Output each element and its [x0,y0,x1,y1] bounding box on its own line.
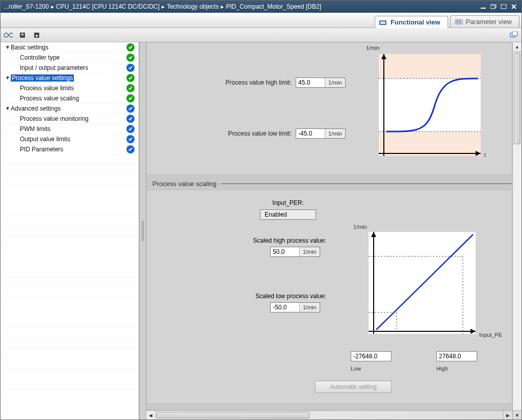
section-title: Process value scaling [152,180,217,188]
yaxis-label: 1/min [353,224,367,230]
breadcrumb-seg: PID_Compact_Motor_Speed [DB2] [226,3,321,10]
functional-view-icon [379,19,387,25]
tab-label: Functional view [390,18,440,26]
sidebar-item-label: Process value settings [11,74,74,82]
per-high-label: High [436,365,448,372]
svg-rect-7 [380,21,385,24]
input-per-status: Enabled [260,209,316,220]
svg-marker-23 [476,151,481,156]
sidebar-item-label: Process value monitoring [20,115,89,122]
status-badge-green [126,54,135,62]
config-toolbar [1,28,521,42]
restore-button[interactable] [489,3,498,10]
high-limit-input[interactable] [296,78,325,87]
high-limit-field[interactable]: 1/min [296,77,346,88]
tab-parameter-view[interactable]: Parameter view [450,15,519,28]
close-button[interactable] [509,3,518,10]
sidebar-item-label: Basic settings [11,44,48,51]
scroll-up-icon[interactable]: ▲ [513,42,521,51]
chevron-down-icon[interactable]: ▼ [5,44,11,50]
sidebar-item-label: Controller type [20,54,60,61]
scaling-section-header: Process value scaling [146,175,512,190]
horizontal-scrollbar[interactable]: ◀ ▶ [146,410,512,419]
parameter-view-icon [455,19,463,25]
sidebar-item-process-value-scaling[interactable]: Process value scaling [1,93,139,103]
sidebar-item-process-value-limits[interactable]: Process value limits [1,83,139,93]
svg-point-13 [4,33,8,37]
scroll-left-icon[interactable]: ◀ [146,411,155,419]
sidebar-item-label: PWM limits [20,125,50,133]
svg-rect-8 [455,19,463,25]
maximize-button[interactable] [499,3,508,10]
svg-rect-3 [501,5,506,9]
sidebar-item-pwm-limits[interactable]: PWM limits [1,124,139,134]
status-badge-blue [126,64,135,72]
svg-rect-0 [481,8,486,9]
low-limit-input[interactable] [296,129,325,138]
sidebar-item-process-value-monitoring[interactable]: Process value monitoring [1,114,139,124]
scroll-right-icon[interactable]: ▶ [503,411,512,419]
scaled-high-input[interactable] [271,247,299,256]
status-badge-blue [126,125,135,133]
scaled-high-label: Scaled high process value: [158,237,326,244]
unit-label: 1/min [325,78,345,87]
sidebar-item-process-value-settings[interactable]: ▼Process value settings [1,73,139,83]
sidebar-item-label: PID Parameters [20,146,63,153]
svg-marker-29 [471,329,476,334]
glasses-icon[interactable] [4,31,13,40]
scaled-low-field[interactable]: 1/min [270,302,320,312]
svg-marker-27 [371,232,376,237]
download-icon[interactable] [32,31,41,40]
status-badge-blue [126,145,135,153]
sidebar-item-output-value-limits[interactable]: Output value limits [1,134,139,144]
status-badge-green [126,84,135,92]
tab-label: Parameter view [466,18,512,25]
upload-icon[interactable] [18,31,27,40]
tab-functional-view[interactable]: Functional view [375,16,448,28]
sidebar-item-controller-type[interactable]: Controller type [1,52,139,63]
input-per-label: Input_PER: [199,199,377,206]
minimize-button[interactable] [479,3,488,10]
yaxis-label: 1/min [366,45,380,51]
status-badge-blue [126,104,135,113]
sidebar-item-label: Process value scaling [20,95,79,102]
sidebar-item-basic-settings[interactable]: ▼Basic settings [1,42,139,52]
high-limit-label: Process value high limit: [158,79,296,86]
scaled-low-input[interactable] [271,303,299,312]
per-low-input[interactable] [351,351,392,361]
low-limit-label: Process value low limit: [158,130,296,137]
svg-point-14 [9,33,13,37]
detach-icon[interactable] [509,31,518,40]
settings-tree: ▼Basic settingsController typeInput / ou… [1,42,139,419]
status-badge-green [126,74,135,82]
unit-label: 1/min [299,247,320,256]
automatic-setting-button[interactable]: Automatic setting [315,381,392,393]
svg-line-34 [376,234,473,330]
sidebar-item-label: Output value limits [20,136,70,143]
scroll-down-icon[interactable]: ▼ [513,410,521,419]
titlebar: ...roller_S7-1200 ▸ CPU_1214C [CPU 1214C… [1,1,521,13]
xaxis-label: t [484,152,486,158]
status-badge-green [126,43,135,51]
per-low-label: Low [351,365,361,372]
status-badge-blue [126,115,135,123]
low-limit-field[interactable]: 1/min [296,128,346,139]
per-high-input[interactable] [436,351,477,361]
chevron-down-icon[interactable]: ▼ [5,75,11,81]
status-badge-green [126,94,135,102]
sidebar-item-pid-parameters[interactable]: PID Parameters [1,144,139,154]
svg-rect-2 [490,5,495,9]
hscroll-thumb[interactable] [156,412,309,418]
vertical-scrollbar[interactable]: ▲ ▼ [512,42,521,419]
scaled-low-label: Scaled low process value: [158,293,326,300]
status-badge-blue [126,135,135,143]
sidebar-item-input-output-parameters[interactable]: Input / output parameters [1,63,139,73]
sidebar-item-label: Input / output parameters [20,64,88,71]
splitter[interactable] [139,42,146,419]
sidebar-item-label: Process value limits [20,85,74,92]
vscroll-thumb[interactable] [514,52,520,144]
svg-marker-21 [381,54,386,59]
scaled-high-field[interactable]: 1/min [270,247,320,257]
sidebar-item-advanced-settings[interactable]: ▼Advanced settings [1,103,139,114]
chevron-down-icon[interactable]: ▼ [5,106,11,111]
